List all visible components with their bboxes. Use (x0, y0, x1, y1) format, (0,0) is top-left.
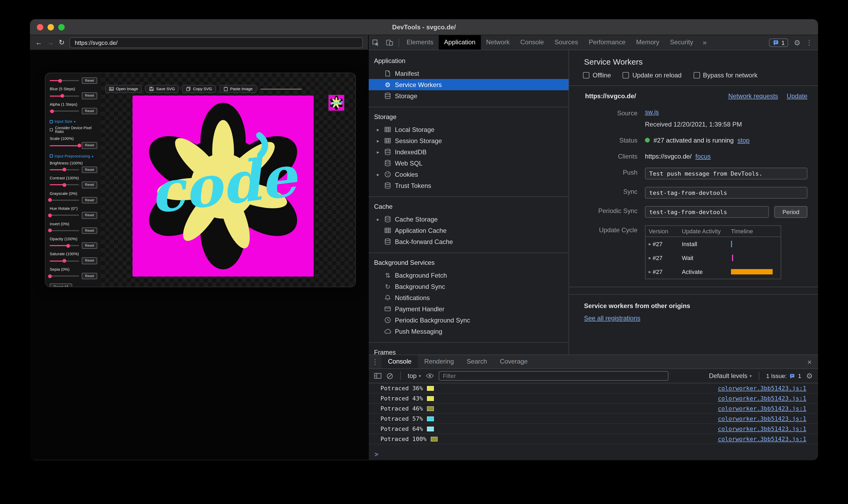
issues-counter[interactable]: 1 (769, 38, 789, 47)
slider[interactable] (50, 93, 79, 98)
source-image-thumbnail[interactable] (329, 95, 344, 110)
console-sidebar-icon[interactable] (374, 373, 382, 379)
issues-button[interactable]: 1 Issue: 1 (766, 373, 801, 379)
console-source-link[interactable]: colorworker.3bb51423.js:1 (718, 435, 806, 442)
reset-button[interactable]: Reset (82, 142, 97, 149)
page-toolbar-button[interactable]: Save SVG (145, 85, 179, 93)
console-settings-icon[interactable]: ⚙ (806, 372, 813, 380)
sidebar-item[interactable]: IndexedDB (369, 146, 569, 158)
log-levels-selector[interactable]: Default levels (709, 372, 751, 380)
slider[interactable] (50, 243, 79, 248)
reset-button[interactable]: Reset (82, 197, 97, 203)
drawer-tab[interactable]: Console (382, 355, 418, 368)
page-toolbar-button[interactable]: Open Image (105, 85, 142, 93)
sidebar-item[interactable]: Periodic Background Sync (369, 314, 569, 326)
sidebar-item[interactable]: Trust Tokens (369, 180, 569, 191)
slider[interactable] (50, 183, 79, 187)
sw-option-checkbox[interactable]: Update on reload (623, 72, 681, 79)
device-toolbar-icon[interactable] (383, 39, 397, 46)
slider[interactable] (50, 78, 79, 83)
sw-source-link[interactable]: sw.js (645, 108, 659, 116)
drawer-tab[interactable]: Coverage (494, 355, 534, 368)
close-drawer-icon[interactable]: × (801, 357, 818, 366)
page-toolbar-button[interactable]: Paste Image (220, 85, 257, 93)
sync-input[interactable] (645, 187, 808, 199)
zoom-window-button[interactable] (58, 24, 65, 30)
reset-button[interactable]: Reset (82, 212, 97, 219)
zoom-slider[interactable] (260, 89, 302, 90)
url-bar[interactable] (69, 37, 363, 48)
sidebar-item[interactable]: Storage (369, 90, 569, 102)
slider[interactable] (50, 109, 79, 113)
sidebar-item[interactable]: ↻ Background Sync (369, 281, 569, 292)
slider[interactable] (50, 143, 79, 148)
clear-console-icon[interactable] (386, 372, 393, 379)
devtools-tab[interactable]: Network (481, 35, 515, 50)
update-cycle-row[interactable]: #27 Wait (645, 251, 781, 265)
reset-button[interactable]: Reset (82, 93, 97, 99)
console-filter-input[interactable] (438, 371, 668, 381)
update-cycle-row[interactable]: #27 Install (645, 237, 781, 251)
reset-all-button[interactable]: Reset All (50, 284, 72, 287)
device-pixel-ratio-checkbox[interactable]: Consider Device Pixel Ratio (50, 126, 98, 134)
console-source-link[interactable]: colorworker.3bb51423.js:1 (718, 395, 806, 402)
periodic-sync-input[interactable] (645, 206, 769, 218)
reset-button[interactable]: Reset (82, 242, 97, 249)
sidebar-item[interactable]: Push Messaging (369, 326, 569, 337)
reset-button[interactable]: Reset (82, 166, 97, 173)
sidebar-item[interactable]: Local Storage (369, 124, 569, 135)
devtools-tab[interactable]: Application (439, 35, 481, 50)
sidebar-item[interactable]: ⚙ Service Workers (369, 79, 569, 90)
slider[interactable] (50, 167, 79, 172)
reset-button[interactable]: Reset (82, 77, 97, 84)
drawer-tab[interactable]: Rendering (418, 355, 460, 368)
devtools-menu-icon[interactable]: ⋮ (806, 39, 813, 46)
console-prompt[interactable] (369, 449, 818, 460)
sidebar-item[interactable]: Cookies (369, 169, 569, 180)
push-input[interactable] (645, 168, 808, 179)
slider[interactable] (50, 198, 79, 203)
drawer-tab[interactable]: Search (460, 355, 494, 368)
sidebar-item[interactable]: Back-forward Cache (369, 236, 569, 247)
devtools-tab[interactable]: Performance (584, 35, 631, 50)
reset-button[interactable]: Reset (82, 108, 97, 114)
devtools-tab[interactable]: Security (665, 35, 699, 50)
console-source-link[interactable]: colorworker.3bb51423.js:1 (718, 415, 806, 422)
see-all-registrations-link[interactable]: See all registrations (584, 314, 640, 322)
reset-button[interactable]: Reset (82, 227, 97, 234)
periodic-sync-button[interactable]: Period (774, 206, 808, 218)
update-link[interactable]: Update (787, 92, 808, 100)
reload-button[interactable]: ↻ (59, 39, 65, 46)
reset-button[interactable]: Reset (82, 273, 97, 280)
more-tabs-button[interactable]: » (698, 35, 711, 50)
eye-icon[interactable] (426, 373, 434, 379)
console-source-link[interactable]: colorworker.3bb51423.js:1 (718, 405, 806, 412)
devtools-tab[interactable]: Console (515, 35, 549, 50)
stop-link[interactable]: stop (738, 137, 749, 144)
reset-button[interactable]: Reset (82, 181, 97, 188)
sidebar-item[interactable]: Web SQL (369, 158, 569, 169)
network-requests-link[interactable]: Network requests (728, 92, 778, 100)
sidebar-item[interactable]: Session Storage (369, 135, 569, 146)
input-size-section-header[interactable]: Input Size (50, 119, 98, 124)
sidebar-item[interactable]: Payment Handler (369, 303, 569, 314)
devtools-tab[interactable]: Memory (631, 35, 665, 50)
console-source-link[interactable]: colorworker.3bb51423.js:1 (718, 385, 806, 392)
back-button[interactable]: ← (35, 39, 42, 46)
input-preprocessing-section-header[interactable]: Input Preprocessing (50, 154, 98, 159)
sw-option-checkbox[interactable]: Offline (583, 72, 611, 79)
sidebar-item[interactable]: ⇅ Background Fetch (369, 270, 569, 281)
slider[interactable] (50, 274, 79, 278)
focus-link[interactable]: focus (695, 152, 711, 160)
slider[interactable] (50, 228, 79, 233)
drawer-menu-icon[interactable]: ⋮ (369, 358, 382, 365)
svg-canvas[interactable] (133, 95, 314, 276)
sidebar-item[interactable]: Notifications (369, 292, 569, 303)
sw-option-checkbox[interactable]: Bypass for network (693, 72, 758, 79)
devtools-tab[interactable]: Elements (401, 35, 439, 50)
inspect-element-icon[interactable] (369, 39, 383, 46)
minimize-window-button[interactable] (48, 24, 54, 30)
sidebar-item[interactable]: Cache Storage (369, 214, 569, 225)
devtools-tab[interactable]: Sources (549, 35, 584, 50)
console-source-link[interactable]: colorworker.3bb51423.js:1 (718, 425, 806, 432)
